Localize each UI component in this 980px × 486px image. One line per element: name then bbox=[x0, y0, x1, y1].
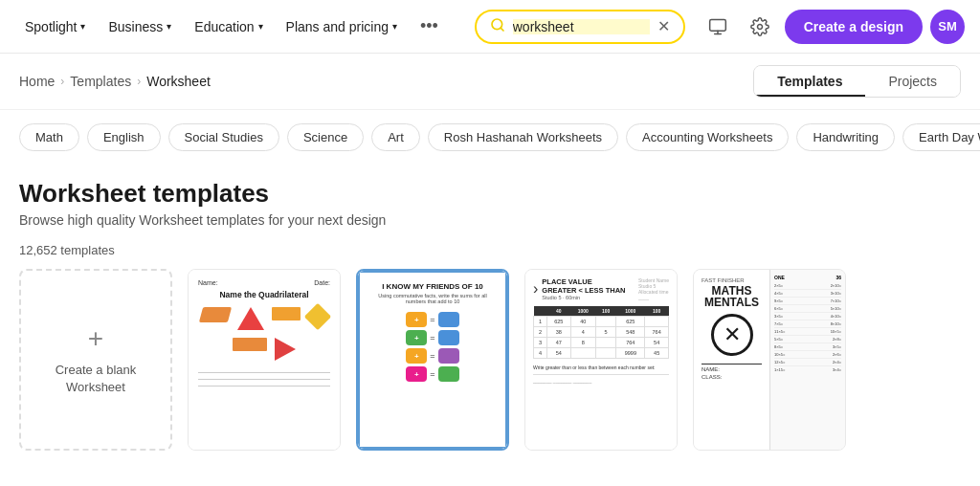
chip-earth-day[interactable]: Earth Day Workshe… bbox=[902, 123, 980, 151]
chevron-down-icon: ▾ bbox=[392, 21, 397, 32]
chip-english[interactable]: English bbox=[87, 123, 161, 151]
nav-business[interactable]: Business ▾ bbox=[99, 11, 181, 42]
card3-sub: Studio 5 · 60min bbox=[542, 295, 625, 300]
desktop-icon-button[interactable] bbox=[701, 10, 735, 44]
create-design-button[interactable]: Create a design bbox=[785, 10, 923, 44]
card-content: › PLACE VALUEGREATER < LESS THAN Studio … bbox=[525, 270, 677, 450]
search-icon bbox=[490, 17, 505, 36]
table-row: 162540625 bbox=[534, 317, 669, 327]
shape-parallelogram bbox=[199, 307, 232, 322]
template-grid: + Create a blankWorksheet Name: Date: Na… bbox=[0, 269, 980, 451]
nav-spotlight[interactable]: Spotlight ▾ bbox=[15, 11, 95, 42]
nav-plans-label: Plans and pricing bbox=[286, 19, 389, 34]
chip-social-studies[interactable]: Social Studies bbox=[168, 123, 279, 151]
chip-handwriting[interactable]: Handwriting bbox=[796, 123, 895, 151]
plus-icon: + bbox=[88, 323, 103, 354]
card1-lines bbox=[198, 372, 330, 387]
table-row: 23845548764 bbox=[534, 327, 669, 338]
chip-art[interactable]: Art bbox=[371, 123, 420, 151]
card4-cross-icon: ✕ bbox=[711, 314, 753, 356]
template-count: 12,652 templates bbox=[0, 235, 980, 269]
breadcrumb-sep-1: › bbox=[60, 75, 64, 88]
page-title: Worksheet templates bbox=[19, 179, 961, 209]
svg-rect-2 bbox=[709, 19, 725, 31]
card2-title: I KNOW MY FRIENDS OF 10 bbox=[369, 282, 496, 291]
chip-science[interactable]: Science bbox=[287, 123, 364, 151]
blank-card-label: Create a blankWorksheet bbox=[56, 362, 137, 396]
card4-finisher: FAST FINISHER bbox=[702, 277, 762, 283]
card-content: Name: Date: Name the Quadrilateral bbox=[189, 270, 340, 450]
chip-accounting[interactable]: Accounting Worksheets bbox=[626, 123, 789, 151]
nav-right-icons: Create a design SM bbox=[701, 10, 965, 44]
svg-point-5 bbox=[757, 24, 762, 29]
nav-spotlight-label: Spotlight bbox=[25, 19, 77, 34]
search-bar: ✕ bbox=[475, 10, 685, 44]
nav-business-label: Business bbox=[108, 19, 163, 34]
breadcrumb: Home › Templates › Worksheet bbox=[19, 74, 211, 89]
breadcrumb-home[interactable]: Home bbox=[19, 74, 55, 89]
shape-rectangle2 bbox=[233, 338, 267, 351]
card1-shapes bbox=[198, 307, 330, 361]
card4-class-label: CLASS: bbox=[702, 374, 762, 380]
template-card-quadrilateral[interactable]: Name: Date: Name the Quadrilateral bbox=[188, 269, 341, 451]
chevron-down-icon: ▾ bbox=[258, 21, 263, 32]
navbar: Spotlight ▾ Business ▾ Education ▾ Plans… bbox=[0, 0, 980, 54]
table-row: 454999945 bbox=[534, 348, 669, 359]
search-clear-button[interactable]: ✕ bbox=[657, 17, 670, 35]
table-row: 347876454 bbox=[534, 338, 669, 348]
card-content: I KNOW MY FRIENDS OF 10 Using commutativ… bbox=[358, 271, 507, 449]
search-input[interactable] bbox=[513, 19, 650, 34]
card-content: FAST FINISHER MATHSMENTALS ✕ NAME: CLASS… bbox=[694, 270, 769, 450]
card1-title: Name the Quadrilateral bbox=[198, 290, 330, 299]
nav-more[interactable]: ••• bbox=[411, 9, 448, 44]
template-card-place-value[interactable]: › PLACE VALUEGREATER < LESS THAN Studio … bbox=[524, 269, 678, 451]
card2-sub: Using commutative facts, write the sums … bbox=[369, 293, 496, 304]
chevron-icon: › bbox=[533, 280, 538, 298]
tab-templates[interactable]: Templates bbox=[754, 66, 865, 97]
settings-icon-button[interactable] bbox=[743, 10, 777, 44]
card4-title: MATHSMENTALS bbox=[702, 285, 762, 308]
filter-bar: Math English Social Studies Science Art … bbox=[0, 110, 980, 164]
view-tabs: Templates Projects bbox=[753, 65, 961, 98]
card3-table: 4010001001000100 162540625 23845548764 3… bbox=[533, 306, 669, 359]
breadcrumb-sep-2: › bbox=[137, 75, 141, 88]
card1-header: Name: Date: bbox=[198, 279, 330, 286]
nav-plans[interactable]: Plans and pricing ▾ bbox=[277, 11, 407, 42]
template-card-friends10[interactable]: I KNOW MY FRIENDS OF 10 Using commutativ… bbox=[356, 269, 509, 451]
shape-rectangle bbox=[272, 307, 301, 320]
tab-projects[interactable]: Projects bbox=[865, 66, 960, 97]
shape-arrow bbox=[275, 338, 296, 361]
avatar[interactable]: SM bbox=[930, 10, 965, 44]
card3-title: PLACE VALUEGREATER < LESS THAN bbox=[542, 277, 625, 295]
breadcrumb-bar: Home › Templates › Worksheet Templates P… bbox=[0, 54, 980, 110]
page-subtitle: Browse high quality Worksheet templates … bbox=[19, 212, 961, 228]
chevron-down-icon: ▾ bbox=[167, 21, 171, 32]
chevron-down-icon: ▾ bbox=[80, 21, 85, 32]
card4-name-label: NAME: bbox=[702, 364, 762, 372]
card3-header: › PLACE VALUEGREATER < LESS THAN Studio … bbox=[533, 277, 669, 300]
shape-diamond bbox=[304, 303, 331, 330]
chip-rosh[interactable]: Rosh Hashanah Worksheets bbox=[428, 123, 618, 151]
create-blank-card[interactable]: + Create a blankWorksheet bbox=[19, 269, 172, 451]
template-card-maths-mentals[interactable]: FAST FINISHER MATHSMENTALS ✕ NAME: CLASS… bbox=[693, 269, 846, 451]
page-header: Worksheet templates Browse high quality … bbox=[0, 164, 980, 235]
chip-math[interactable]: Math bbox=[19, 123, 79, 151]
breadcrumb-templates[interactable]: Templates bbox=[70, 74, 131, 89]
svg-line-1 bbox=[501, 28, 503, 31]
card4-right-panel: ONE36 2×5=2×10= 4×5=3×10= 9×5=7×10= 6×5=… bbox=[769, 270, 845, 450]
breadcrumb-current: Worksheet bbox=[146, 74, 211, 89]
nav-education[interactable]: Education ▾ bbox=[185, 11, 272, 42]
shape-triangle bbox=[237, 307, 264, 330]
nav-education-label: Education bbox=[194, 19, 254, 34]
